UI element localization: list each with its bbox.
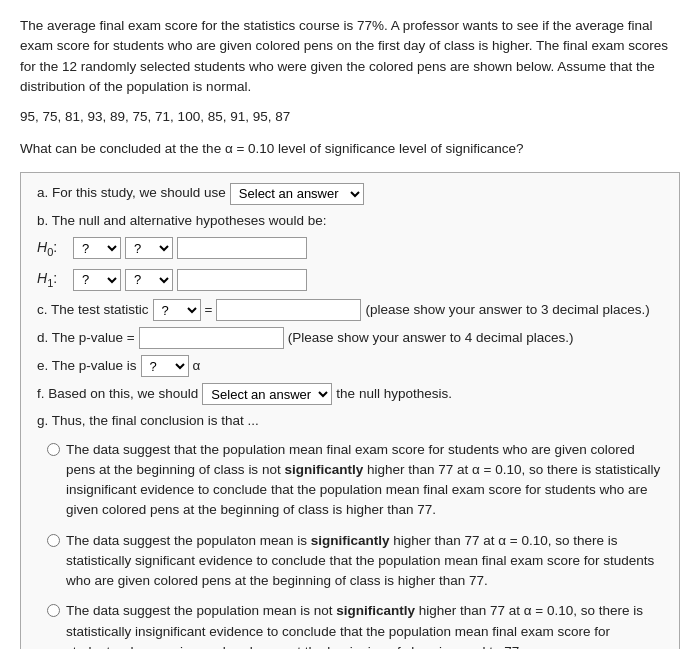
part-a-label: a. For this study, we should use bbox=[37, 183, 226, 203]
radio-option-3-text: The data suggest the population mean is … bbox=[66, 601, 663, 649]
h0-select1[interactable]: ? μ p bbox=[73, 237, 121, 259]
part-g-label: g. Thus, the final conclusion is that ..… bbox=[37, 411, 663, 431]
answer-box: a. For this study, we should use Select … bbox=[20, 172, 680, 650]
part-d-row: d. The p-value = (Please show your answe… bbox=[37, 327, 663, 349]
intro-text: The average final exam score for the sta… bbox=[20, 16, 680, 97]
question-text: What can be concluded at the the α = 0.1… bbox=[20, 139, 680, 159]
part-d-hint: (Please show your answer to 4 decimal pl… bbox=[288, 328, 574, 348]
part-a-row: a. For this study, we should use Select … bbox=[37, 183, 663, 205]
alpha-symbol: α bbox=[193, 356, 201, 376]
part-b-label: b. The null and alternative hypotheses w… bbox=[37, 211, 663, 231]
h1-select2[interactable]: ? = ≠ > < ≥ ≤ bbox=[125, 269, 173, 291]
tstat-input[interactable] bbox=[216, 299, 361, 321]
part-c-label: c. The test statistic bbox=[37, 300, 149, 320]
part-a-select[interactable]: Select an answer one-sample t-test one-s… bbox=[230, 183, 364, 205]
part-e-label: e. The p-value is bbox=[37, 356, 137, 376]
radio-option-2: The data suggest the populaton mean is s… bbox=[37, 531, 663, 592]
h1-row: H1: ? μ p ? = ≠ > < ≥ ≤ bbox=[37, 268, 663, 291]
radio-option-3: The data suggest the population mean is … bbox=[37, 601, 663, 649]
radio-option-1: The data suggest that the population mea… bbox=[37, 440, 663, 521]
part-e-row: e. The p-value is ? ≤ > α bbox=[37, 355, 663, 377]
h1-select1[interactable]: ? μ p bbox=[73, 269, 121, 291]
radio-option-1-input[interactable] bbox=[47, 443, 60, 456]
h1-value-input[interactable] bbox=[177, 269, 307, 291]
part-f-suffix: the null hypothesis. bbox=[336, 384, 452, 404]
h0-select2[interactable]: ? = ≠ > < ≥ ≤ bbox=[125, 237, 173, 259]
part-f-label: f. Based on this, we should bbox=[37, 384, 198, 404]
radio-option-3-input[interactable] bbox=[47, 604, 60, 617]
part-c-row: c. The test statistic ? t z = (please sh… bbox=[37, 299, 663, 321]
radio-option-2-text: The data suggest the populaton mean is s… bbox=[66, 531, 663, 592]
radio-option-1-text: The data suggest that the population mea… bbox=[66, 440, 663, 521]
part-f-select[interactable]: Select an answer reject fail to reject bbox=[202, 383, 332, 405]
pval-input[interactable] bbox=[139, 327, 284, 349]
h0-label: H0: bbox=[37, 237, 69, 260]
h0-row: H0: ? μ p ? = ≠ > < ≥ ≤ bbox=[37, 237, 663, 260]
tstat-select[interactable]: ? t z bbox=[153, 299, 201, 321]
tstat-equals: = bbox=[205, 300, 213, 320]
part-f-row: f. Based on this, we should Select an an… bbox=[37, 383, 663, 405]
scores-text: 95, 75, 81, 93, 89, 75, 71, 100, 85, 91,… bbox=[20, 107, 680, 127]
radio-option-2-input[interactable] bbox=[47, 534, 60, 547]
part-d-label: d. The p-value = bbox=[37, 328, 135, 348]
h0-value-input[interactable] bbox=[177, 237, 307, 259]
pval-compare-select[interactable]: ? ≤ > bbox=[141, 355, 189, 377]
h1-label: H1: bbox=[37, 268, 69, 291]
part-c-hint: (please show your answer to 3 decimal pl… bbox=[365, 300, 649, 320]
